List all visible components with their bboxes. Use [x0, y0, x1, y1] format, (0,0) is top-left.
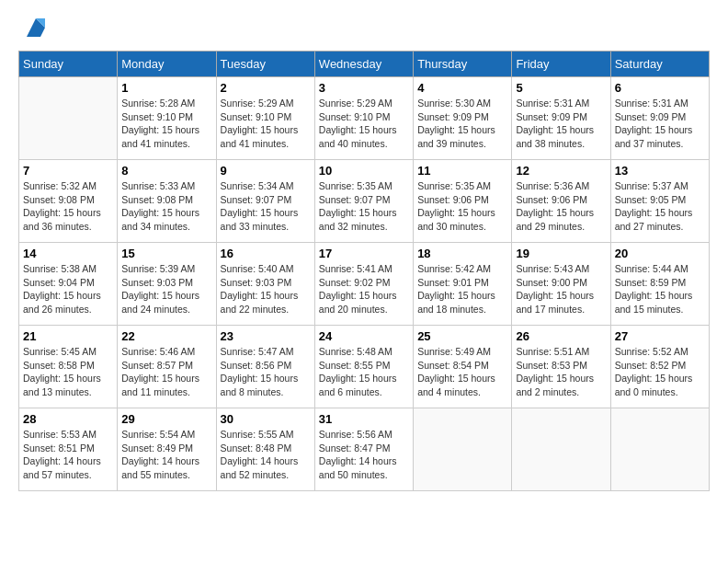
calendar-cell: 26Sunrise: 5:51 AM Sunset: 8:53 PM Dayli… [512, 326, 610, 408]
day-info: Sunrise: 5:51 AM Sunset: 8:53 PM Dayligh… [516, 345, 606, 399]
weekday-header-row: SundayMondayTuesdayWednesdayThursdayFrid… [19, 52, 710, 77]
week-row-3: 14Sunrise: 5:38 AM Sunset: 9:04 PM Dayli… [19, 243, 710, 326]
day-info: Sunrise: 5:45 AM Sunset: 8:58 PM Dayligh… [23, 345, 113, 399]
day-number: 19 [516, 247, 606, 260]
day-info: Sunrise: 5:29 AM Sunset: 9:10 PM Dayligh… [319, 97, 409, 151]
weekday-header-sunday: Sunday [19, 52, 118, 77]
day-info: Sunrise: 5:47 AM Sunset: 8:56 PM Dayligh… [221, 345, 311, 399]
day-info: Sunrise: 5:53 AM Sunset: 8:51 PM Dayligh… [23, 428, 113, 482]
logo-icon [22, 14, 50, 41]
calendar-cell: 9Sunrise: 5:34 AM Sunset: 9:07 PM Daylig… [216, 160, 314, 243]
calendar-cell [414, 408, 512, 491]
calendar-cell: 25Sunrise: 5:49 AM Sunset: 8:54 PM Dayli… [414, 326, 512, 408]
day-info: Sunrise: 5:28 AM Sunset: 9:10 PM Dayligh… [121, 97, 211, 151]
calendar-cell: 12Sunrise: 5:36 AM Sunset: 9:06 PM Dayli… [512, 160, 610, 243]
calendar-cell: 18Sunrise: 5:42 AM Sunset: 9:01 PM Dayli… [414, 243, 512, 326]
calendar-cell: 1Sunrise: 5:28 AM Sunset: 9:10 PM Daylig… [118, 77, 216, 160]
calendar-cell: 2Sunrise: 5:29 AM Sunset: 9:10 PM Daylig… [216, 77, 314, 160]
day-number: 24 [319, 329, 409, 343]
day-number: 20 [615, 247, 705, 260]
day-info: Sunrise: 5:43 AM Sunset: 9:00 PM Dayligh… [516, 262, 606, 316]
day-info: Sunrise: 5:37 AM Sunset: 9:05 PM Dayligh… [615, 179, 705, 234]
weekday-header-wednesday: Wednesday [314, 52, 413, 77]
day-number: 18 [417, 247, 507, 260]
calendar-cell [512, 408, 610, 491]
calendar-cell: 7Sunrise: 5:32 AM Sunset: 9:08 PM Daylig… [19, 160, 118, 243]
calendar-cell: 15Sunrise: 5:39 AM Sunset: 9:03 PM Dayli… [118, 243, 216, 326]
day-number: 30 [221, 412, 311, 426]
day-info: Sunrise: 5:44 AM Sunset: 8:59 PM Dayligh… [615, 262, 705, 316]
calendar-cell: 3Sunrise: 5:29 AM Sunset: 9:10 PM Daylig… [314, 77, 413, 160]
day-info: Sunrise: 5:46 AM Sunset: 8:57 PM Dayligh… [121, 345, 211, 399]
day-info: Sunrise: 5:39 AM Sunset: 9:03 PM Dayligh… [121, 262, 211, 316]
weekday-header-monday: Monday [118, 52, 216, 77]
day-number: 1 [121, 81, 211, 95]
calendar-cell: 27Sunrise: 5:52 AM Sunset: 8:52 PM Dayli… [610, 326, 709, 408]
day-info: Sunrise: 5:54 AM Sunset: 8:49 PM Dayligh… [121, 428, 211, 482]
day-info: Sunrise: 5:40 AM Sunset: 9:03 PM Dayligh… [221, 262, 311, 316]
calendar-cell: 14Sunrise: 5:38 AM Sunset: 9:04 PM Dayli… [19, 243, 118, 326]
calendar: SundayMondayTuesdayWednesdayThursdayFrid… [18, 51, 710, 491]
day-number: 7 [23, 164, 113, 178]
week-row-5: 28Sunrise: 5:53 AM Sunset: 8:51 PM Dayli… [19, 408, 710, 491]
calendar-cell: 19Sunrise: 5:43 AM Sunset: 9:00 PM Dayli… [512, 243, 610, 326]
day-info: Sunrise: 5:41 AM Sunset: 9:02 PM Dayligh… [319, 262, 409, 316]
day-number: 15 [121, 247, 211, 260]
weekday-header-friday: Friday [512, 52, 610, 77]
calendar-cell: 6Sunrise: 5:31 AM Sunset: 9:09 PM Daylig… [610, 77, 709, 160]
day-info: Sunrise: 5:42 AM Sunset: 9:01 PM Dayligh… [417, 262, 507, 316]
day-number: 22 [121, 329, 211, 343]
day-info: Sunrise: 5:56 AM Sunset: 8:47 PM Dayligh… [319, 428, 409, 482]
calendar-cell: 28Sunrise: 5:53 AM Sunset: 8:51 PM Dayli… [19, 408, 118, 491]
week-row-2: 7Sunrise: 5:32 AM Sunset: 9:08 PM Daylig… [19, 160, 710, 243]
day-number: 12 [516, 164, 606, 178]
calendar-cell: 16Sunrise: 5:40 AM Sunset: 9:03 PM Dayli… [216, 243, 314, 326]
day-info: Sunrise: 5:31 AM Sunset: 9:09 PM Dayligh… [615, 97, 705, 151]
weekday-header-tuesday: Tuesday [216, 52, 314, 77]
day-number: 3 [319, 81, 409, 95]
calendar-cell: 21Sunrise: 5:45 AM Sunset: 8:58 PM Dayli… [19, 326, 118, 408]
day-number: 28 [23, 412, 113, 426]
day-number: 27 [615, 329, 705, 343]
day-number: 25 [417, 329, 507, 343]
day-info: Sunrise: 5:49 AM Sunset: 8:54 PM Dayligh… [417, 345, 507, 399]
day-info: Sunrise: 5:52 AM Sunset: 8:52 PM Dayligh… [615, 345, 705, 399]
calendar-cell: 30Sunrise: 5:55 AM Sunset: 8:48 PM Dayli… [216, 408, 314, 491]
day-number: 10 [319, 164, 409, 178]
day-info: Sunrise: 5:35 AM Sunset: 9:07 PM Dayligh… [319, 179, 409, 234]
header [18, 18, 710, 41]
day-number: 5 [516, 81, 606, 95]
day-number: 13 [615, 164, 705, 178]
week-row-4: 21Sunrise: 5:45 AM Sunset: 8:58 PM Dayli… [19, 326, 710, 408]
calendar-cell [610, 408, 709, 491]
calendar-cell: 24Sunrise: 5:48 AM Sunset: 8:55 PM Dayli… [314, 326, 413, 408]
day-number: 2 [221, 81, 311, 95]
day-info: Sunrise: 5:33 AM Sunset: 9:08 PM Dayligh… [121, 179, 211, 234]
day-info: Sunrise: 5:36 AM Sunset: 9:06 PM Dayligh… [516, 179, 606, 234]
day-number: 9 [221, 164, 311, 178]
day-number: 11 [417, 164, 507, 178]
day-number: 26 [516, 329, 606, 343]
calendar-cell: 31Sunrise: 5:56 AM Sunset: 8:47 PM Dayli… [314, 408, 413, 491]
logo [18, 18, 50, 41]
calendar-cell: 13Sunrise: 5:37 AM Sunset: 9:05 PM Dayli… [610, 160, 709, 243]
calendar-cell: 17Sunrise: 5:41 AM Sunset: 9:02 PM Dayli… [314, 243, 413, 326]
calendar-cell: 10Sunrise: 5:35 AM Sunset: 9:07 PM Dayli… [314, 160, 413, 243]
day-info: Sunrise: 5:34 AM Sunset: 9:07 PM Dayligh… [221, 179, 311, 234]
weekday-header-saturday: Saturday [610, 52, 709, 77]
calendar-cell: 23Sunrise: 5:47 AM Sunset: 8:56 PM Dayli… [216, 326, 314, 408]
calendar-cell: 20Sunrise: 5:44 AM Sunset: 8:59 PM Dayli… [610, 243, 709, 326]
day-info: Sunrise: 5:31 AM Sunset: 9:09 PM Dayligh… [516, 97, 606, 151]
calendar-cell: 11Sunrise: 5:35 AM Sunset: 9:06 PM Dayli… [414, 160, 512, 243]
day-number: 6 [615, 81, 705, 95]
day-number: 29 [121, 412, 211, 426]
week-row-1: 1Sunrise: 5:28 AM Sunset: 9:10 PM Daylig… [19, 77, 710, 160]
day-number: 4 [417, 81, 507, 95]
day-number: 16 [221, 247, 311, 260]
calendar-cell: 29Sunrise: 5:54 AM Sunset: 8:49 PM Dayli… [118, 408, 216, 491]
weekday-header-thursday: Thursday [414, 52, 512, 77]
day-number: 23 [221, 329, 311, 343]
calendar-cell: 22Sunrise: 5:46 AM Sunset: 8:57 PM Dayli… [118, 326, 216, 408]
day-info: Sunrise: 5:30 AM Sunset: 9:09 PM Dayligh… [417, 97, 507, 151]
calendar-cell [19, 77, 118, 160]
